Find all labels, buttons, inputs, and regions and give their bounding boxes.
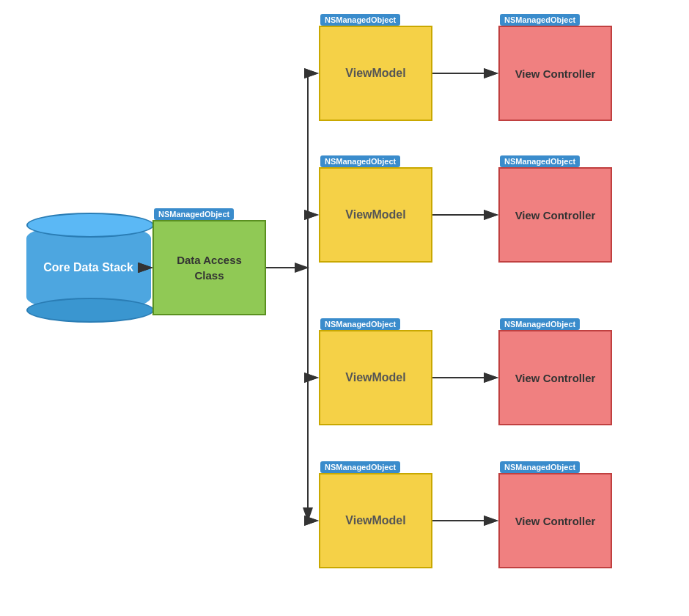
vm-badge-2: NSManagedObject [320,155,400,167]
architecture-diagram: Core Data Stack NSManagedObject Data Acc… [0,0,689,616]
viewctrl-box-3: NSManagedObject View Controller [498,330,612,425]
vc-label-2: View Controller [515,208,596,223]
vm-label-4: ViewModel [345,513,405,529]
core-data-stack-label: Core Data Stack [43,260,133,276]
vc-label-1: View Controller [515,66,596,81]
viewmodel-box-4: NSManagedObject ViewModel [319,473,432,568]
viewmodel-box-2: NSManagedObject ViewModel [319,167,432,263]
vc-label-3: View Controller [515,370,596,386]
viewctrl-box-2: NSManagedObject View Controller [498,167,612,263]
viewmodel-box-3: NSManagedObject ViewModel [319,330,432,425]
vm-badge-3: NSManagedObject [320,318,400,330]
vm-badge-1: NSManagedObject [320,14,400,26]
viewmodel-box-1: NSManagedObject ViewModel [319,26,432,121]
vm-badge-4: NSManagedObject [320,461,400,473]
vc-label-4: View Controller [515,513,596,529]
vc-badge-2: NSManagedObject [500,155,580,167]
viewctrl-box-4: NSManagedObject View Controller [498,473,612,568]
vc-badge-3: NSManagedObject [500,318,580,330]
core-data-stack: Core Data Stack [21,220,156,315]
vm-label-3: ViewModel [345,370,405,386]
viewctrl-box-1: NSManagedObject View Controller [498,26,612,121]
vc-badge-1: NSManagedObject [500,14,580,26]
vm-label-2: ViewModel [345,207,405,223]
data-access-badge: NSManagedObject [154,208,234,220]
vm-label-1: ViewModel [345,65,405,81]
data-access-class: NSManagedObject Data AccessClass [152,220,266,315]
data-access-label: Data AccessClass [177,252,242,283]
vc-badge-4: NSManagedObject [500,461,580,473]
